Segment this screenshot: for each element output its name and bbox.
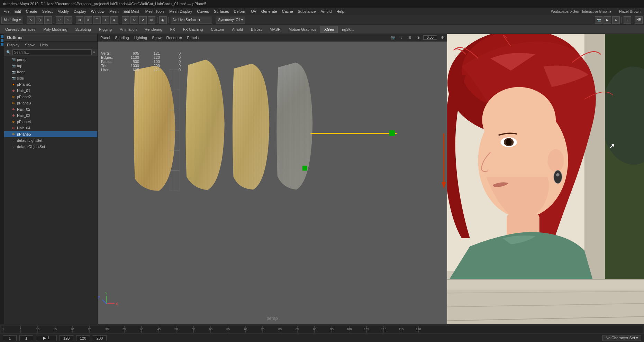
point-snap-btn[interactable]: +: [102, 16, 109, 24]
paint-btn[interactable]: ○: [44, 16, 52, 24]
menu-cache[interactable]: Cache: [280, 9, 295, 14]
vp-grid-icon[interactable]: #: [398, 35, 405, 41]
viewport[interactable]: Panel Shading Lighting Show Renderer Pan…: [98, 34, 447, 324]
tab-rigging[interactable]: Rigging: [95, 26, 116, 33]
menu-window[interactable]: Window: [89, 9, 107, 14]
outliner-item-hair04[interactable]: ⊛ Hair_04: [4, 125, 97, 131]
menu-modify[interactable]: Modify: [55, 9, 71, 14]
tab-arnold[interactable]: Arnold: [228, 26, 247, 33]
outliner-tab-display[interactable]: Display: [6, 43, 21, 47]
lasso-btn[interactable]: ⬡: [36, 16, 43, 24]
tab-rendering[interactable]: Rendering: [141, 26, 166, 33]
tab-curves-surfaces[interactable]: Curves / Surfaces: [1, 26, 39, 33]
scale-tool-btn[interactable]: ⤢: [139, 16, 147, 24]
outliner-item-side[interactable]: 📷 side: [4, 75, 97, 81]
tab-bifrost[interactable]: Bifrost: [247, 26, 265, 33]
outliner-item-persp[interactable]: 📷 persp: [4, 56, 97, 63]
curve-snap-btn[interactable]: ⌒: [93, 16, 101, 24]
user-name[interactable]: Hazel Brown: [617, 9, 643, 14]
vp-value-field[interactable]: 0.00: [423, 35, 437, 40]
outliner-item-hair02[interactable]: ⊛ Hair_02: [4, 106, 97, 112]
frame-max-field[interactable]: 200: [93, 335, 107, 341]
tab-sculpting[interactable]: Sculpting: [72, 26, 95, 33]
tab-motion-graphics[interactable]: Motion Graphics: [285, 26, 320, 33]
outliner-item-pplane1[interactable]: ■ pPlane1: [4, 81, 97, 87]
tab-custom[interactable]: Custom: [207, 26, 228, 33]
menu-surfaces[interactable]: Surfaces: [212, 9, 231, 14]
no-character-set-btn[interactable]: No Character Set ▾: [602, 335, 641, 341]
view-snap-btn[interactable]: ◈: [110, 16, 118, 24]
frame-end2-field[interactable]: 120: [76, 335, 90, 341]
scene-btn[interactable]: ⚙: [612, 16, 620, 24]
tab-mash[interactable]: MASH: [266, 26, 284, 33]
menu-mesh-display[interactable]: Mesh Display: [167, 9, 194, 14]
vp-viewport-2-icon[interactable]: ⊞: [407, 35, 413, 41]
menu-edit-mesh[interactable]: Edit Mesh: [121, 9, 143, 14]
outliner-item-lightset[interactable]: ○ defaultLightSet: [4, 137, 97, 144]
frame-current-field[interactable]: 1: [19, 335, 33, 341]
outliner-item-pplane5[interactable]: ⊛ pPlane5: [4, 131, 97, 137]
menu-help[interactable]: Help: [334, 9, 346, 14]
no-live-surface-btn[interactable]: No Live Surface ▾: [171, 17, 212, 24]
pause-btn[interactable]: ⏸: [624, 16, 631, 24]
frame-start-field[interactable]: 1: [3, 335, 17, 341]
menu-curves[interactable]: Curves: [195, 9, 211, 14]
vp-lighting-menu[interactable]: Lighting: [133, 35, 149, 40]
vp-show-menu[interactable]: Show: [151, 35, 163, 40]
menu-arnold[interactable]: Arnold: [318, 9, 334, 14]
menu-select[interactable]: Select: [40, 9, 55, 14]
universal-tool-btn[interactable]: ⊞: [148, 16, 155, 24]
tab-animation[interactable]: Animation: [116, 26, 140, 33]
render-btn[interactable]: ▶: [604, 16, 611, 24]
frame-anim-field[interactable]: ▶ 1: [36, 335, 57, 341]
outliner-tab-help[interactable]: Help: [39, 43, 49, 47]
menu-file[interactable]: File: [1, 9, 12, 14]
menu-deform[interactable]: Deform: [232, 9, 248, 14]
outliner-item-front[interactable]: 📷 front: [4, 69, 97, 75]
outliner-tab-show[interactable]: Show: [24, 43, 36, 47]
undo-btn[interactable]: ↩: [56, 16, 63, 24]
outliner-item-hair03[interactable]: ⊛ Hair_03: [4, 112, 97, 119]
menu-edit[interactable]: Edit: [12, 9, 23, 14]
tab-ngsk[interactable]: ngSk...: [338, 26, 357, 33]
viewport-canvas[interactable]: Verts: 605 121 0 Edges: 1100 220 0 Faces…: [98, 41, 447, 324]
menu-create[interactable]: Create: [24, 9, 39, 14]
vp-shading-menu[interactable]: Shading: [114, 35, 130, 40]
hazel-btn[interactable]: HB: [635, 16, 643, 24]
tab-fx-caching[interactable]: FX Caching: [179, 26, 207, 33]
outliner-item-hair01[interactable]: ⊛ Hair_01: [4, 87, 97, 94]
menu-uv[interactable]: UV: [249, 9, 258, 14]
symmetry-btn[interactable]: Symmetry: Off ▾: [216, 17, 246, 24]
vp-panels-menu[interactable]: Panels: [185, 35, 200, 40]
outliner-item-pplane4[interactable]: ⊛ pPlane4: [4, 119, 97, 125]
vp-panel-menu[interactable]: Panel: [99, 35, 111, 40]
modeling-dropdown[interactable]: Modeling ▾: [1, 17, 23, 24]
frame-end-field[interactable]: 120: [60, 335, 73, 341]
move-tool-btn[interactable]: ✜: [122, 16, 129, 24]
soft-select-btn[interactable]: ◉: [159, 16, 167, 24]
select-tool-btn[interactable]: ↖: [27, 16, 35, 24]
outliner-item-pplane2[interactable]: ⊛ pPlane2: [4, 94, 97, 100]
menu-mesh-tools[interactable]: Mesh Tools: [143, 9, 166, 14]
menu-mesh[interactable]: Mesh: [107, 9, 121, 14]
outliner-item-objectset[interactable]: ○ defaultObjectSet: [4, 144, 97, 150]
vp-settings-icon[interactable]: ⚙: [439, 35, 445, 41]
vp-camera-icon[interactable]: 📷: [390, 35, 396, 41]
vp-shading-icon[interactable]: ◑: [415, 35, 421, 41]
rotate-tool-btn[interactable]: ↻: [130, 16, 138, 24]
menu-display[interactable]: Display: [72, 9, 88, 14]
redo-btn[interactable]: ↪: [64, 16, 72, 24]
magnet-btn[interactable]: ⊕: [76, 16, 83, 24]
timeline-track[interactable]: 1 5 10 15 20 25 30 35 40 45 50 55: [1, 326, 643, 333]
camera-btn[interactable]: 📷: [595, 16, 602, 24]
workspace-selector[interactable]: Workspace: XGen - Interactive Groom▾: [549, 9, 613, 14]
tab-fx[interactable]: FX: [166, 26, 179, 33]
outliner-item-pplane3[interactable]: ⊛ pPlane3: [4, 100, 97, 106]
menu-substance[interactable]: Substance: [296, 9, 318, 14]
outliner-item-top[interactable]: 📷 top: [4, 63, 97, 69]
vp-renderer-menu[interactable]: Renderer: [165, 35, 184, 40]
search-filter-icon[interactable]: ▾: [93, 50, 95, 55]
menu-generate[interactable]: Generate: [259, 9, 279, 14]
tab-poly-modeling[interactable]: Poly Modeling: [39, 26, 71, 33]
tab-xgen[interactable]: XGen: [320, 26, 338, 33]
